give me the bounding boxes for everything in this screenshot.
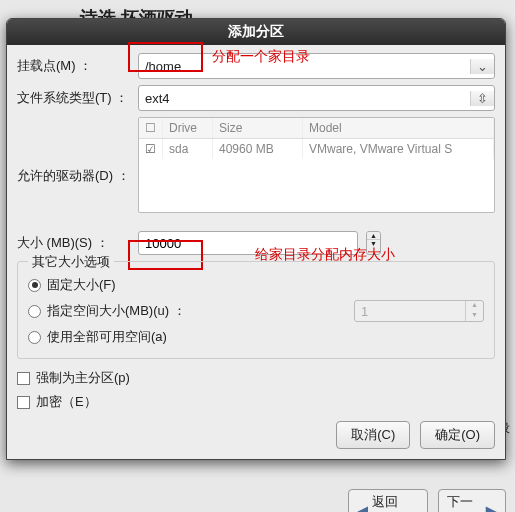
force-primary-check[interactable]: 强制为主分区(p) — [17, 369, 495, 387]
fs-type-combo[interactable]: ext4 ⇳ — [138, 85, 495, 111]
size-options-legend: 其它大小选项 — [28, 253, 114, 271]
arrow-right-icon: ▶ — [486, 503, 497, 512]
mount-point-combo[interactable]: /home ⌄ — [138, 53, 495, 79]
cell-model: VMware, VMware Virtual S — [303, 139, 494, 159]
encrypt-check[interactable]: 加密（E） — [17, 393, 495, 411]
encrypt-label: 加密（E） — [36, 393, 97, 411]
fs-type-label: 文件系统类型(T) ： — [17, 89, 132, 107]
table-header: ☐ Drive Size Model — [139, 118, 494, 139]
checkbox-icon[interactable] — [17, 396, 30, 409]
upto-spinner: 1 ▲▼ — [354, 300, 484, 322]
size-label: 大小 (MB)(S) ： — [17, 234, 132, 252]
back-button-label: 返回（B） — [372, 493, 419, 512]
radio-icon[interactable] — [28, 279, 41, 292]
col-model: Model — [303, 118, 494, 138]
next-button-label: 下一步 — [447, 493, 482, 512]
back-button[interactable]: ◀ 返回（B） — [348, 489, 428, 512]
cell-size: 40960 MB — [213, 139, 303, 159]
spinner-up-icon: ▲ — [466, 301, 483, 311]
radio-fixed[interactable]: 固定大小(F) — [28, 276, 484, 294]
force-primary-label: 强制为主分区(p) — [36, 369, 130, 387]
cell-drive: sda — [163, 139, 213, 159]
spinner-down-icon: ▼ — [466, 311, 483, 321]
row-checkbox[interactable]: ☑ — [139, 139, 163, 159]
ok-button[interactable]: 确定(O) — [420, 421, 495, 449]
checkbox-icon[interactable] — [17, 372, 30, 385]
arrow-left-icon: ◀ — [357, 503, 368, 512]
checkbox-header[interactable]: ☐ — [139, 118, 163, 138]
radio-fixed-label: 固定大小(F) — [47, 276, 116, 294]
fs-type-value: ext4 — [139, 91, 470, 106]
chevron-down-icon[interactable]: ⌄ — [470, 59, 494, 74]
next-button[interactable]: 下一步 ▶ — [438, 489, 506, 512]
drives-label: 允许的驱动器(D) ： — [17, 117, 132, 185]
size-options-group: 其它大小选项 固定大小(F) 指定空间大小(MB)(u) ： 1 ▲▼ 使用全部… — [17, 261, 495, 359]
radio-icon[interactable] — [28, 305, 41, 318]
size-input[interactable] — [138, 231, 358, 255]
mount-point-value[interactable]: /home — [139, 59, 470, 74]
spinner-up-icon[interactable]: ▲ — [367, 232, 380, 240]
cancel-button[interactable]: 取消(C) — [336, 421, 410, 449]
dialog-title: 添加分区 — [7, 19, 505, 45]
radio-upto[interactable]: 指定空间大小(MB)(u) ： 1 ▲▼ — [28, 300, 484, 322]
table-row[interactable]: ☑ sda 40960 MB VMware, VMware Virtual S — [139, 139, 494, 159]
spinner-down-icon[interactable]: ▼ — [367, 240, 380, 247]
drives-table[interactable]: ☐ Drive Size Model ☑ sda 40960 MB VMware… — [138, 117, 495, 213]
radio-all[interactable]: 使用全部可用空间(a) — [28, 328, 484, 346]
col-size: Size — [213, 118, 303, 138]
mount-point-label: 挂载点(M) ： — [17, 57, 132, 75]
add-partition-dialog: 添加分区 挂载点(M) ： /home ⌄ 分配一个家目录 文件系统类型(T) … — [6, 18, 506, 460]
col-drive: Drive — [163, 118, 213, 138]
radio-all-label: 使用全部可用空间(a) — [47, 328, 167, 346]
radio-upto-label: 指定空间大小(MB)(u) ： — [47, 302, 186, 320]
upto-value: 1 — [355, 301, 465, 321]
radio-icon[interactable] — [28, 331, 41, 344]
updown-icon[interactable]: ⇳ — [470, 91, 494, 106]
